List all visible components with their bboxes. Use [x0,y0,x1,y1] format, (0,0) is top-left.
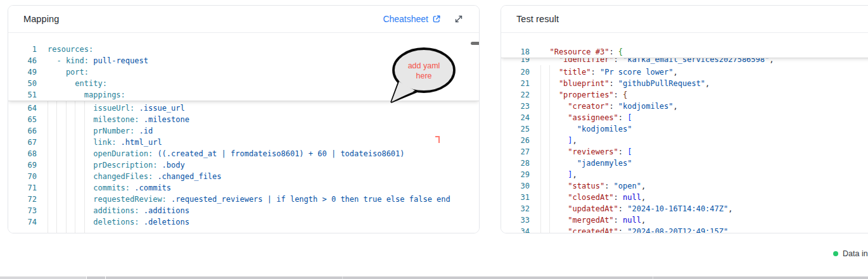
mapping-panel: Mapping Cheatsheet [8,5,480,233]
test-result-panel-header: Test result [501,6,868,33]
code-text: "closedAt": null, [540,192,646,203]
line-number: 26 [501,135,530,146]
status-label: Data in [843,249,868,258]
code-text: port: [48,66,89,78]
line-number: 33 [501,214,530,226]
clipped-table-edge [0,276,868,279]
line-number: 28 [501,158,530,169]
code-line: 22 "properties": { [501,89,868,101]
code-text: "blueprint": "githubPullRequest", [540,78,710,89]
code-line: 25 "kodjomiles" [501,123,868,135]
test-result-panel: Test result 18 "Resource #3": { 19 "iden… [501,5,868,233]
line-number: 50 [8,78,37,89]
editor-red-marker [435,136,440,143]
code-text: "identifier": "kafka_email_services20275… [540,58,774,65]
code-text: "jadenmyles" [540,158,632,169]
line-number: 73 [8,205,37,216]
code-line: 30 "status": "open", [501,180,868,192]
code-text: "status": "open", [540,180,646,192]
line-number: 64 [8,102,37,114]
code-line: 21 "blueprint": "githubPullRequest", [501,78,868,89]
mapping-panel-header: Mapping Cheatsheet [8,6,479,33]
code-line: 18 "Resource #3": { [501,46,868,58]
code-text: "properties": { [540,89,627,101]
json-clipped-line: 19 "identifier": "kafka_email_services20… [501,58,868,65]
line-number: 30 [501,180,530,192]
code-text: "title": "Pr score lower", [540,66,678,78]
line-number: 27 [501,146,530,158]
table-edge-segment [0,276,86,279]
code-line: 26 ], [501,135,868,146]
code-text: "assignees": [ [540,112,632,123]
line-number: 1 [8,44,37,55]
code-line: 33 "mergedAt": null, [501,214,868,226]
line-number: 22 [501,89,530,101]
line-number: 31 [501,192,530,203]
json-editor-body: 20 "title": "Pr score lower",21 "bluepri… [501,65,868,233]
code-text: entity: [48,78,107,89]
indent-guides [48,101,93,233]
code-line: 32 "updatedAt": "2024-10-16T14:40:47Z", [501,203,868,214]
line-number: 29 [501,169,530,180]
code-line: 34 "createdAt": "2024-08-20T12:49:15Z", [501,226,868,233]
external-link-icon [432,15,441,23]
code-line: 19 "identifier": "kafka_email_services20… [501,58,868,65]
scrollbar-thumb[interactable] [471,42,480,45]
line-number: 68 [8,148,37,159]
code-text: "mergedAt": null, [540,214,646,226]
line-number: 19 [501,58,530,65]
line-number: 23 [501,101,530,112]
code-text: "creator": "kodjomiles", [540,101,678,112]
json-sticky-scroll: 18 "Resource #3": { [501,33,868,58]
json-editor[interactable]: 18 "Resource #3": { 19 "identifier": "ka… [501,33,868,233]
expand-icon[interactable] [454,14,464,24]
code-line: 23 "creator": "kodjomiles", [501,101,868,112]
code-text: "kodjomiles" [540,123,632,135]
code-text: resources: [48,44,93,55]
line-number: 74 [8,216,37,228]
code-line: 20 "title": "Pr score lower", [501,66,868,78]
code-text: "updatedAt": "2024-10-16T14:40:47Z", [540,203,732,214]
line-number: 67 [8,137,37,148]
code-text: openDuration: ((.created_at | fromdateis… [48,148,405,159]
code-line: 27 "reviewers": [ [501,146,868,158]
line-number: 34 [501,226,530,233]
code-text: "reviewers": [ [540,146,632,158]
bubble-text-line1: add yaml [408,61,440,70]
green-status-dot-icon [833,251,838,256]
line-number: 69 [8,159,37,171]
line-number: 71 [8,182,37,194]
bubble-text-line2: here [416,71,431,80]
line-number: 18 [501,46,530,58]
panel-title-test-result: Test result [516,14,559,24]
code-text: - kind: pull-request [48,55,148,66]
line-number: 24 [501,112,530,123]
indent-guides [540,65,551,233]
code-text: "Resource #3": { [540,46,623,58]
code-text: requestedReview: .requested_reviewers | … [48,194,450,205]
code-line: 31 "closedAt": null, [501,192,868,203]
line-number: 20 [501,66,530,78]
line-number: 66 [8,125,37,137]
code-line: 28 "jadenmyles" [501,158,868,169]
line-number: 32 [501,203,530,214]
cheatsheet-link-label: Cheatsheet [383,14,428,24]
line-number: 51 [8,89,37,101]
panel-title-mapping: Mapping [23,14,59,24]
code-text: mappings: [48,89,125,101]
line-number: 70 [8,171,37,182]
cheatsheet-link[interactable]: Cheatsheet [383,14,441,24]
line-number: 21 [501,78,530,89]
code-line: 29 ], [501,169,868,180]
code-text: "createdAt": "2024-08-20T12:49:15Z", [540,226,732,233]
line-number: 49 [8,66,37,78]
add-yaml-annotation-bubble: add yaml here [383,44,464,109]
line-number: 65 [8,114,37,125]
data-status-indicator: Data in [833,249,868,258]
yaml-editor-body: 64 issueUrl: .issue_url65 milestone: .mi… [8,101,479,233]
code-line: 24 "assignees": [ [501,112,868,123]
line-number: 25 [501,123,530,135]
line-number: 72 [8,194,37,205]
line-number: 46 [8,55,37,66]
